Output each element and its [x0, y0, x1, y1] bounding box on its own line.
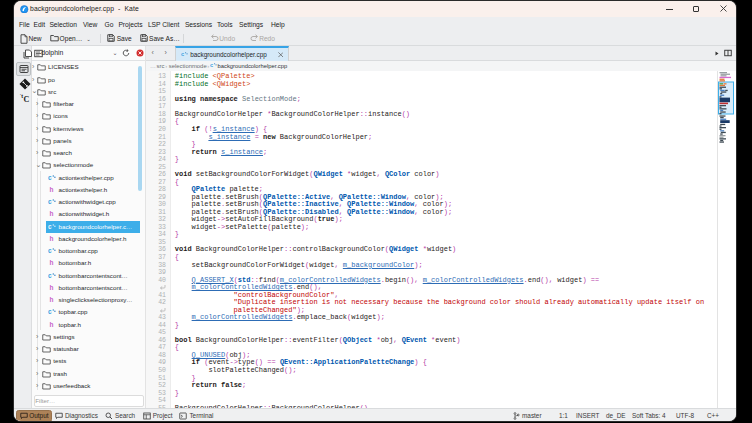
svg-text:h: h [49, 210, 53, 217]
svg-text:c: c [48, 272, 52, 279]
svg-text:c: c [48, 247, 52, 254]
svg-text:h: h [49, 321, 53, 328]
svg-text:c: c [210, 62, 213, 68]
svg-text:c: c [48, 174, 52, 181]
svg-text:h: h [49, 259, 53, 266]
svg-text:C: C [24, 95, 30, 103]
svg-text:h: h [49, 235, 53, 242]
svg-text:h: h [49, 284, 53, 291]
svg-text:ˈt: ˈt [20, 93, 24, 99]
svg-text:h: h [49, 186, 53, 193]
svg-text:c: c [48, 308, 52, 315]
svg-text:c: c [48, 223, 52, 230]
svg-text:c: c [48, 198, 52, 205]
svg-text:c: c [181, 51, 184, 57]
svg-text:h: h [49, 296, 53, 303]
